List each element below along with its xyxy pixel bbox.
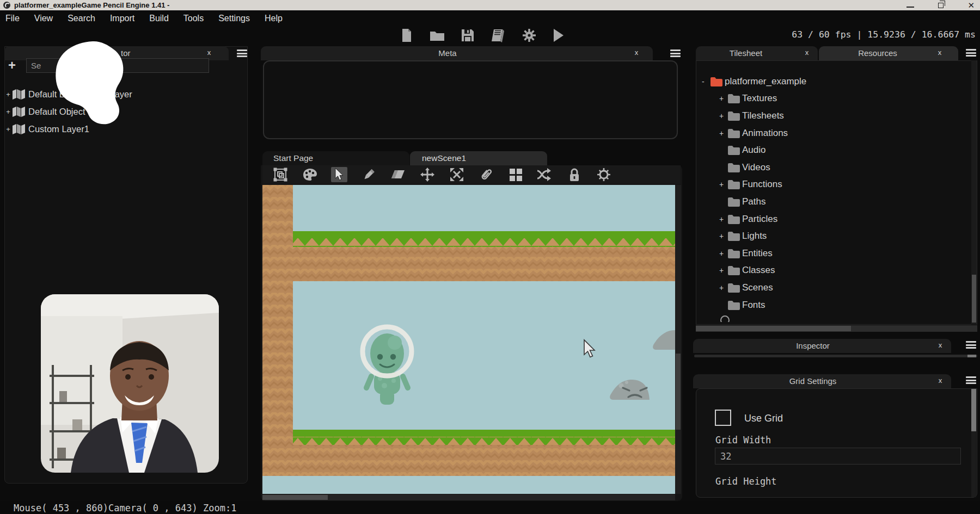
save-icon[interactable] <box>461 29 474 42</box>
minimize-icon[interactable] <box>906 7 914 8</box>
pencil-tool-icon[interactable] <box>360 167 377 182</box>
resources-horizontal-scrollbar[interactable] <box>696 325 977 332</box>
tree-item-label: Lights <box>742 231 767 241</box>
tree-item-label: platformer_example <box>725 76 806 87</box>
menu-item[interactable]: Help <box>265 14 283 23</box>
tree-item-label: Animations <box>742 128 788 139</box>
expand-icon[interactable]: + <box>719 266 727 275</box>
scrollbar-thumb[interactable] <box>971 389 976 431</box>
scrollbar-thumb[interactable] <box>972 275 976 323</box>
tree-item[interactable]: + Lights <box>696 227 969 245</box>
attach-tool-icon[interactable] <box>478 167 494 182</box>
expand-icon[interactable]: + <box>4 125 12 133</box>
tab-start-page[interactable]: Start Page <box>262 151 409 165</box>
tree-item[interactable]: + Particles <box>696 210 969 228</box>
tree-item[interactable]: Audio <box>696 141 969 159</box>
scale-tool-icon[interactable] <box>449 167 465 182</box>
new-file-icon[interactable] <box>400 28 413 42</box>
run-play-icon[interactable] <box>553 28 565 42</box>
scrollbar-thumb[interactable] <box>262 495 328 500</box>
menu-item[interactable]: Tools <box>183 14 204 23</box>
settings-gear-icon[interactable] <box>522 28 536 42</box>
close-icon[interactable]: x <box>936 341 945 349</box>
resources-vertical-scrollbar[interactable] <box>971 60 977 325</box>
expand-icon[interactable]: + <box>719 249 727 258</box>
tree-item[interactable]: + Functions <box>696 176 969 194</box>
docs-book-icon[interactable] <box>491 28 506 42</box>
tree-item[interactable]: Videos <box>696 159 969 176</box>
expand-icon[interactable]: + <box>719 180 727 189</box>
menu-item[interactable]: Import <box>110 14 134 23</box>
expand-icon[interactable]: + <box>719 232 727 240</box>
inspector-scrollbar[interactable] <box>694 355 977 357</box>
inspector-panel-tab[interactable]: Inspector x <box>693 339 951 353</box>
scrollbar-thumb[interactable] <box>696 326 851 331</box>
grid-settings-scrollbar[interactable] <box>971 389 976 497</box>
open-folder-icon[interactable] <box>430 29 445 41</box>
tree-item[interactable]: Fonts <box>696 296 969 314</box>
eraser-tool-icon[interactable] <box>390 167 406 182</box>
palette-tool-icon[interactable] <box>302 167 318 182</box>
tree-item[interactable]: + Entities <box>696 245 969 262</box>
add-layer-button[interactable]: + <box>5 59 19 72</box>
menu-item[interactable]: File <box>5 14 20 23</box>
menu-item[interactable]: View <box>34 14 53 23</box>
panel-menu-icon[interactable] <box>670 49 681 57</box>
transform-tool-icon[interactable] <box>272 167 289 182</box>
close-icon[interactable]: x <box>803 48 811 57</box>
expand-icon[interactable]: + <box>719 283 727 292</box>
grid-settings-tab[interactable]: Grid Settings x <box>693 374 951 388</box>
grid-width-input[interactable] <box>715 448 961 465</box>
meta-panel-tab[interactable]: Meta x <box>261 46 653 60</box>
tree-item-label: Textures <box>742 93 777 104</box>
menu-item[interactable]: Build <box>149 14 169 23</box>
rotate-gear-tool-icon[interactable] <box>596 167 612 182</box>
expand-icon[interactable]: + <box>719 215 727 224</box>
close-icon[interactable]: x <box>632 48 641 57</box>
tab-tilesheet[interactable]: Tilesheet x <box>696 46 818 60</box>
expand-icon[interactable]: + <box>719 112 727 120</box>
tab-resources[interactable]: Resources x <box>819 46 958 60</box>
tree-item[interactable]: + Scenes <box>696 279 969 296</box>
shuffle-tool-icon[interactable] <box>537 167 553 182</box>
tab-label: Resources <box>819 48 936 58</box>
window-title: platformer_exampleGame Pencil Engine 1.4… <box>14 1 169 9</box>
tree-item[interactable]: + Textures <box>696 90 969 108</box>
lock-tool-icon[interactable] <box>566 167 583 182</box>
select-cursor-tool-icon[interactable] <box>331 167 347 182</box>
tree-item[interactable]: Paths <box>696 193 969 210</box>
expand-icon[interactable]: + <box>4 108 12 116</box>
tree-item[interactable]: + Tilesheets <box>696 107 969 125</box>
map-icon <box>12 89 26 100</box>
expand-icon[interactable]: + <box>719 94 727 103</box>
tile-grid-tool-icon[interactable] <box>507 167 524 182</box>
close-icon[interactable]: x <box>936 376 945 385</box>
scene-vertical-scrollbar[interactable] <box>675 185 681 494</box>
tree-item-label: Classes <box>742 265 775 276</box>
expand-icon[interactable]: - <box>702 77 709 86</box>
scrollbar-thumb[interactable] <box>676 354 681 430</box>
close-icon[interactable]: x <box>935 48 944 57</box>
meta-panel-title: Meta <box>261 48 634 58</box>
tree-item[interactable]: + Animations <box>696 125 969 142</box>
close-window-icon[interactable]: ✕ <box>967 0 975 10</box>
panel-menu-icon[interactable] <box>966 341 976 349</box>
tree-item[interactable]: - platformer_example <box>696 73 969 90</box>
scene-canvas[interactable] <box>262 185 675 494</box>
tab-new-scene1[interactable]: newScene1 <box>410 151 547 165</box>
restore-icon[interactable] <box>938 3 944 8</box>
move-tool-icon[interactable] <box>419 167 436 182</box>
tree-item[interactable]: + Classes <box>696 262 969 280</box>
expand-icon[interactable]: + <box>4 90 12 98</box>
use-grid-checkbox[interactable] <box>715 410 731 426</box>
panel-menu-icon[interactable] <box>237 49 247 57</box>
scene-horizontal-scrollbar[interactable] <box>262 494 675 500</box>
menu-item[interactable]: Search <box>68 14 95 23</box>
panel-menu-icon[interactable] <box>966 376 976 384</box>
expand-icon[interactable]: + <box>719 129 727 138</box>
use-grid-label: Use Grid <box>744 413 783 424</box>
tree-item-clipped[interactable] <box>720 315 829 322</box>
panel-menu-icon[interactable] <box>966 49 976 57</box>
menu-item[interactable]: Settings <box>218 14 250 23</box>
close-icon[interactable]: x <box>205 48 213 57</box>
